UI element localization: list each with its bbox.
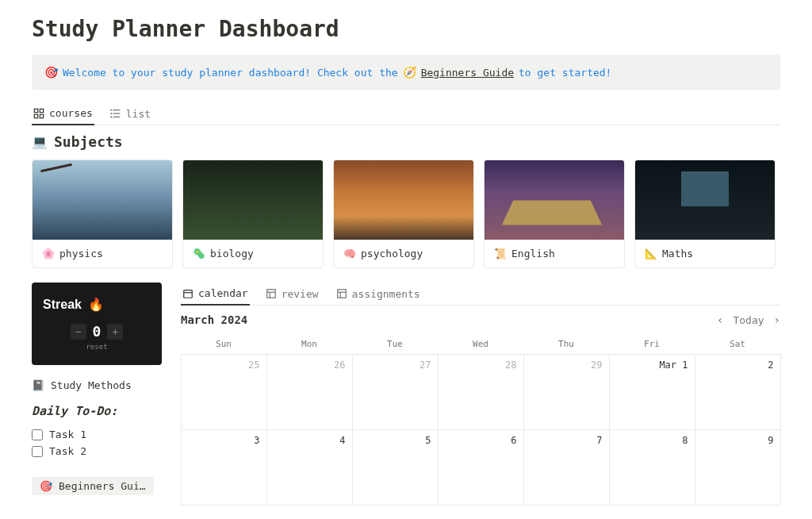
streak-title: Streak: [43, 298, 82, 312]
subject-label: physics: [59, 248, 103, 260]
tab-label: assignments: [352, 288, 420, 300]
calendar-prev-button[interactable]: ‹: [717, 313, 723, 326]
page-title: Study Planner Dashboard: [32, 16, 780, 42]
svg-rect-0: [34, 109, 37, 112]
todo-item: Task 2: [32, 443, 162, 459]
callout-icon: 🎯: [44, 66, 58, 79]
gallery-icon: [33, 108, 44, 119]
list-icon: [110, 108, 121, 119]
beginners-guide-link[interactable]: Beginners Guide: [421, 67, 514, 79]
tab-label: calendar: [198, 287, 248, 299]
notebook-icon: 📓: [32, 379, 44, 391]
study-methods-link[interactable]: 📓 Study Methods: [32, 376, 162, 394]
svg-rect-12: [266, 290, 275, 298]
calendar-cell[interactable]: 26: [266, 354, 353, 430]
todo-checkbox[interactable]: [32, 446, 43, 457]
svg-point-9: [111, 117, 112, 117]
calendar-cell[interactable]: 6: [438, 429, 524, 506]
welcome-callout: 🎯 Welcome to your study planner dashboar…: [32, 55, 780, 90]
calendar-cell[interactable]: 27: [352, 354, 439, 430]
calendar-cell[interactable]: 3: [181, 429, 267, 506]
streak-widget: Streak 🔥 − 0 + reset: [32, 283, 162, 365]
subject-label: psychology: [361, 248, 423, 260]
calendar-cell[interactable]: 29: [523, 354, 610, 430]
streak-minus-button[interactable]: −: [71, 324, 86, 340]
calendar-dow: Tue: [352, 334, 438, 354]
calendar-cell[interactable]: 7: [523, 429, 610, 506]
calendar-dow: Thu: [523, 334, 609, 354]
streak-reset-button[interactable]: reset: [43, 343, 151, 351]
tab-calendar[interactable]: calendar: [181, 283, 250, 306]
calendar-cell[interactable]: 9: [695, 429, 781, 506]
todo-label: Task 2: [49, 445, 86, 457]
todo-heading: Daily To-Do:: [32, 404, 162, 418]
calendar-cell[interactable]: 4: [266, 429, 353, 506]
subject-cover: [485, 160, 624, 240]
todo-checkbox[interactable]: [32, 429, 43, 440]
svg-rect-1: [40, 109, 43, 112]
guide-pill-icon: 🎯: [40, 480, 52, 492]
subject-card-physics[interactable]: 🌸 physics: [32, 160, 173, 268]
subject-card-psychology[interactable]: 🧠 psychology: [333, 160, 474, 268]
subject-emoji: 📜: [494, 248, 507, 260]
subject-cover: [33, 160, 172, 240]
calendar-cell[interactable]: 2: [695, 354, 781, 430]
subject-label: biology: [210, 248, 254, 260]
guide-pill-label: Beginners Gui…: [59, 480, 146, 492]
calendar-cell[interactable]: 8: [609, 429, 695, 506]
subjects-gallery: 🌸 physics 🦠 biology 🧠 psychology 📜 Engli…: [32, 160, 780, 268]
calendar-dow-row: SunMonTueWedThuFriSat: [181, 334, 780, 354]
subject-card-maths[interactable]: 📐 Maths: [634, 160, 776, 268]
subject-emoji: 🧠: [343, 248, 356, 260]
calendar-icon: [182, 288, 193, 299]
tab-review[interactable]: review: [264, 283, 320, 305]
beginners-guide-pill[interactable]: 🎯 Beginners Gui…: [32, 477, 154, 495]
subject-label: English: [511, 248, 555, 260]
subject-emoji: 🦠: [193, 248, 205, 260]
calendar-month-title: March 2024: [181, 313, 247, 326]
calendar-next-button[interactable]: ›: [774, 313, 780, 326]
calendar-dow: Fri: [609, 334, 695, 354]
tab-list[interactable]: list: [109, 102, 152, 125]
subjects-view-tabs: courses list: [32, 102, 780, 125]
calendar-dow: Sun: [181, 334, 266, 354]
fire-icon: 🔥: [88, 297, 104, 312]
subjects-heading: 💻 Subjects: [32, 133, 780, 150]
subject-cover: [334, 160, 473, 240]
subject-emoji: 📐: [645, 248, 657, 260]
table-icon: [336, 288, 347, 299]
subject-card-biology[interactable]: 🦠 biology: [182, 160, 324, 268]
sidebar: Streak 🔥 − 0 + reset 📓 Study Methods Dai…: [32, 283, 162, 495]
svg-rect-2: [34, 114, 37, 117]
tab-label: review: [282, 288, 319, 300]
subjects-title: Subjects: [54, 133, 123, 150]
table-icon: [266, 288, 277, 299]
subjects-icon: 💻: [32, 134, 48, 149]
calendar-grid: 2526272829Mar 123456789: [181, 354, 780, 505]
todo-label: Task 1: [49, 429, 86, 440]
calendar-today-button[interactable]: Today: [733, 314, 764, 326]
calendar-cell[interactable]: 5: [352, 429, 439, 506]
svg-rect-15: [337, 290, 346, 298]
streak-plus-button[interactable]: +: [107, 324, 123, 340]
tab-assignments[interactable]: assignments: [335, 283, 422, 305]
tab-label: list: [126, 108, 151, 120]
calendar-dow: Sat: [695, 334, 780, 354]
calendar-view-tabs: calendar review assignments: [181, 283, 780, 306]
calendar-dow: Wed: [438, 334, 523, 354]
todo-item: Task 1: [32, 426, 162, 443]
calendar-cell[interactable]: Mar 1: [609, 354, 695, 430]
subject-card-english[interactable]: 📜 English: [484, 160, 625, 268]
study-methods-label: Study Methods: [51, 379, 132, 391]
svg-rect-10: [184, 290, 193, 298]
subject-emoji: 🌸: [42, 248, 55, 260]
callout-text-before: Welcome to your study planner dashboard!…: [63, 67, 398, 79]
svg-rect-3: [40, 114, 43, 117]
calendar-cell[interactable]: 28: [438, 354, 524, 430]
subject-label: Maths: [662, 248, 693, 260]
main-area: calendar review assignments March 2024 ‹…: [181, 283, 780, 505]
tab-courses[interactable]: courses: [32, 102, 94, 125]
subject-cover: [635, 160, 775, 240]
calendar-cell[interactable]: 25: [181, 354, 267, 430]
tab-label: courses: [49, 107, 93, 119]
